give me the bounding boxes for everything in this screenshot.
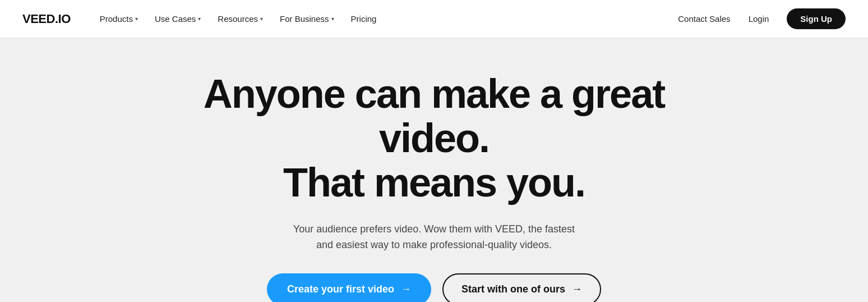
hero-title: Anyone can make a great video. That mean…	[182, 72, 686, 205]
nav-pricing-label: Pricing	[351, 14, 377, 24]
logo[interactable]: VEED.IO	[22, 12, 71, 26]
arrow-right-icon: →	[401, 283, 411, 295]
nav-use-cases-label: Use Cases	[155, 14, 196, 24]
nav-item-use-cases[interactable]: Use Cases ▾	[148, 10, 207, 28]
signup-button[interactable]: Sign Up	[787, 8, 846, 29]
nav-resources-label: Resources	[218, 14, 258, 24]
create-video-button[interactable]: Create your first video →	[267, 273, 431, 302]
arrow-right-icon: →	[572, 283, 582, 295]
chevron-down-icon: ▾	[260, 16, 263, 22]
start-with-ours-label: Start with one of ours	[461, 283, 565, 295]
chevron-down-icon: ▾	[331, 16, 334, 22]
hero-section: Anyone can make a great video. That mean…	[0, 38, 868, 302]
chevron-down-icon: ▾	[198, 16, 201, 22]
nav-right: Contact Sales Login Sign Up	[678, 8, 846, 29]
login-button[interactable]: Login	[740, 10, 778, 28]
nav-links: Products ▾ Use Cases ▾ Resources ▾ For B…	[93, 10, 678, 28]
hero-subtitle: Your audience prefers video. Wow them wi…	[288, 221, 580, 254]
navbar: VEED.IO Products ▾ Use Cases ▾ Resources…	[0, 0, 868, 38]
nav-item-pricing[interactable]: Pricing	[344, 10, 384, 28]
start-with-ours-button[interactable]: Start with one of ours →	[442, 273, 601, 302]
contact-sales-link[interactable]: Contact Sales	[678, 14, 730, 24]
hero-title-line1: Anyone can make a great video.	[204, 71, 664, 161]
hero-title-line2: That means you.	[283, 160, 585, 205]
nav-item-products[interactable]: Products ▾	[93, 10, 145, 28]
nav-products-label: Products	[100, 14, 133, 24]
nav-for-business-label: For Business	[280, 14, 329, 24]
nav-item-for-business[interactable]: For Business ▾	[273, 10, 341, 28]
hero-buttons: Create your first video → Start with one…	[267, 273, 601, 302]
nav-item-resources[interactable]: Resources ▾	[211, 10, 270, 28]
chevron-down-icon: ▾	[135, 16, 138, 22]
create-video-label: Create your first video	[287, 283, 394, 295]
